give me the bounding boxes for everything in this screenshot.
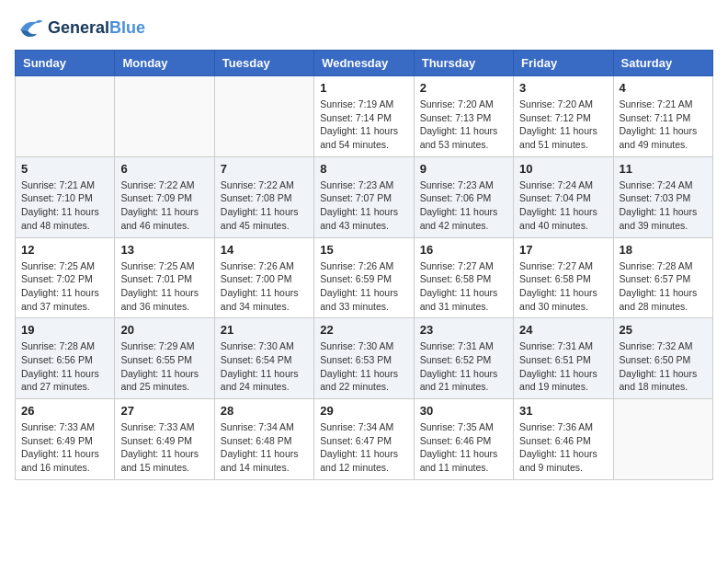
- page-header: GeneralBlue: [15, 15, 713, 40]
- calendar-cell: 13Sunrise: 7:25 AM Sunset: 7:01 PM Dayli…: [115, 237, 214, 318]
- day-number: 28: [221, 404, 308, 418]
- day-info: Sunrise: 7:31 AM Sunset: 6:51 PM Dayligh…: [519, 339, 607, 394]
- calendar-week-row: 1Sunrise: 7:19 AM Sunset: 7:14 PM Daylig…: [16, 76, 713, 157]
- day-number: 27: [120, 404, 208, 418]
- logo-icon: [15, 15, 44, 40]
- day-info: Sunrise: 7:34 AM Sunset: 6:48 PM Dayligh…: [221, 420, 308, 475]
- weekday-header-saturday: Saturday: [613, 51, 712, 76]
- day-number: 7: [221, 162, 308, 176]
- day-info: Sunrise: 7:33 AM Sunset: 6:49 PM Dayligh…: [21, 420, 108, 475]
- calendar-cell: 14Sunrise: 7:26 AM Sunset: 7:00 PM Dayli…: [214, 237, 313, 318]
- calendar-week-row: 26Sunrise: 7:33 AM Sunset: 6:49 PM Dayli…: [16, 399, 713, 480]
- day-number: 15: [320, 243, 407, 257]
- day-info: Sunrise: 7:30 AM Sunset: 6:54 PM Dayligh…: [221, 339, 308, 394]
- day-number: 1: [320, 81, 407, 95]
- day-number: 16: [420, 243, 507, 257]
- day-number: 8: [320, 162, 407, 176]
- day-number: 31: [519, 404, 607, 418]
- day-info: Sunrise: 7:26 AM Sunset: 7:00 PM Dayligh…: [221, 259, 308, 314]
- calendar-cell: 25Sunrise: 7:32 AM Sunset: 6:50 PM Dayli…: [613, 318, 712, 399]
- weekday-header-monday: Monday: [115, 51, 214, 76]
- logo-text: GeneralBlue: [48, 18, 145, 38]
- day-info: Sunrise: 7:21 AM Sunset: 7:10 PM Dayligh…: [21, 178, 108, 233]
- calendar-cell: 20Sunrise: 7:29 AM Sunset: 6:55 PM Dayli…: [115, 318, 214, 399]
- day-info: Sunrise: 7:36 AM Sunset: 6:46 PM Dayligh…: [519, 420, 607, 475]
- weekday-header-tuesday: Tuesday: [214, 51, 313, 76]
- day-info: Sunrise: 7:19 AM Sunset: 7:14 PM Dayligh…: [320, 98, 407, 152]
- day-number: 18: [620, 243, 707, 257]
- calendar-cell: 2Sunrise: 7:20 AM Sunset: 7:13 PM Daylig…: [414, 76, 513, 157]
- calendar-cell: 4Sunrise: 7:21 AM Sunset: 7:11 PM Daylig…: [613, 76, 712, 157]
- calendar-cell: 12Sunrise: 7:25 AM Sunset: 7:02 PM Dayli…: [16, 237, 115, 318]
- day-number: 13: [120, 243, 208, 257]
- day-info: Sunrise: 7:28 AM Sunset: 6:56 PM Dayligh…: [21, 339, 108, 394]
- calendar-cell: 7Sunrise: 7:22 AM Sunset: 7:08 PM Daylig…: [214, 156, 313, 237]
- day-number: 22: [320, 323, 407, 337]
- day-number: 5: [21, 162, 108, 176]
- day-info: Sunrise: 7:27 AM Sunset: 6:58 PM Dayligh…: [420, 259, 507, 314]
- day-number: 26: [21, 404, 108, 418]
- day-number: 19: [21, 323, 108, 337]
- day-number: 9: [420, 162, 507, 176]
- calendar-cell: 23Sunrise: 7:31 AM Sunset: 6:52 PM Dayli…: [414, 318, 513, 399]
- day-info: Sunrise: 7:22 AM Sunset: 7:09 PM Dayligh…: [120, 178, 208, 233]
- calendar-cell: 24Sunrise: 7:31 AM Sunset: 6:51 PM Dayli…: [514, 318, 613, 399]
- day-info: Sunrise: 7:28 AM Sunset: 6:57 PM Dayligh…: [620, 259, 707, 314]
- day-number: 11: [620, 162, 707, 176]
- calendar-cell: [214, 76, 313, 157]
- weekday-header-wednesday: Wednesday: [314, 51, 414, 76]
- calendar-cell: 27Sunrise: 7:33 AM Sunset: 6:49 PM Dayli…: [115, 399, 214, 480]
- day-info: Sunrise: 7:35 AM Sunset: 6:46 PM Dayligh…: [420, 420, 507, 475]
- day-info: Sunrise: 7:22 AM Sunset: 7:08 PM Dayligh…: [221, 178, 308, 233]
- calendar-cell: 29Sunrise: 7:34 AM Sunset: 6:47 PM Dayli…: [314, 399, 414, 480]
- day-info: Sunrise: 7:20 AM Sunset: 7:13 PM Dayligh…: [420, 98, 507, 152]
- day-info: Sunrise: 7:30 AM Sunset: 6:53 PM Dayligh…: [320, 339, 407, 394]
- day-number: 30: [420, 404, 507, 418]
- calendar-week-row: 19Sunrise: 7:28 AM Sunset: 6:56 PM Dayli…: [16, 318, 713, 399]
- day-number: 10: [519, 162, 607, 176]
- calendar-cell: 22Sunrise: 7:30 AM Sunset: 6:53 PM Dayli…: [314, 318, 414, 399]
- day-info: Sunrise: 7:26 AM Sunset: 6:59 PM Dayligh…: [320, 259, 407, 314]
- calendar-cell: 9Sunrise: 7:23 AM Sunset: 7:06 PM Daylig…: [414, 156, 513, 237]
- day-info: Sunrise: 7:24 AM Sunset: 7:03 PM Dayligh…: [620, 178, 707, 233]
- calendar-cell: 3Sunrise: 7:20 AM Sunset: 7:12 PM Daylig…: [514, 76, 613, 157]
- calendar-cell: 17Sunrise: 7:27 AM Sunset: 6:58 PM Dayli…: [514, 237, 613, 318]
- calendar-cell: 18Sunrise: 7:28 AM Sunset: 6:57 PM Dayli…: [613, 237, 712, 318]
- weekday-header-thursday: Thursday: [414, 51, 513, 76]
- calendar-table: SundayMondayTuesdayWednesdayThursdayFrid…: [15, 50, 713, 480]
- calendar-cell: [613, 399, 712, 480]
- weekday-header-friday: Friday: [514, 51, 613, 76]
- calendar-cell: 26Sunrise: 7:33 AM Sunset: 6:49 PM Dayli…: [16, 399, 115, 480]
- day-info: Sunrise: 7:31 AM Sunset: 6:52 PM Dayligh…: [420, 339, 507, 394]
- day-number: 29: [320, 404, 407, 418]
- day-info: Sunrise: 7:23 AM Sunset: 7:07 PM Dayligh…: [320, 178, 407, 233]
- calendar-cell: 19Sunrise: 7:28 AM Sunset: 6:56 PM Dayli…: [16, 318, 115, 399]
- day-info: Sunrise: 7:24 AM Sunset: 7:04 PM Dayligh…: [519, 178, 607, 233]
- day-number: 3: [519, 81, 607, 95]
- weekday-header-sunday: Sunday: [16, 51, 115, 76]
- calendar-cell: 5Sunrise: 7:21 AM Sunset: 7:10 PM Daylig…: [16, 156, 115, 237]
- calendar-cell: 1Sunrise: 7:19 AM Sunset: 7:14 PM Daylig…: [314, 76, 414, 157]
- day-number: 21: [221, 323, 308, 337]
- calendar-cell: 21Sunrise: 7:30 AM Sunset: 6:54 PM Dayli…: [214, 318, 313, 399]
- calendar-cell: 8Sunrise: 7:23 AM Sunset: 7:07 PM Daylig…: [314, 156, 414, 237]
- day-number: 23: [420, 323, 507, 337]
- calendar-cell: 15Sunrise: 7:26 AM Sunset: 6:59 PM Dayli…: [314, 237, 414, 318]
- day-number: 4: [620, 81, 707, 95]
- day-info: Sunrise: 7:21 AM Sunset: 7:11 PM Dayligh…: [620, 98, 707, 152]
- calendar-cell: [16, 76, 115, 157]
- day-info: Sunrise: 7:23 AM Sunset: 7:06 PM Dayligh…: [420, 178, 507, 233]
- calendar-cell: 30Sunrise: 7:35 AM Sunset: 6:46 PM Dayli…: [414, 399, 513, 480]
- calendar-week-row: 5Sunrise: 7:21 AM Sunset: 7:10 PM Daylig…: [16, 156, 713, 237]
- day-info: Sunrise: 7:29 AM Sunset: 6:55 PM Dayligh…: [120, 339, 208, 394]
- calendar-cell: 31Sunrise: 7:36 AM Sunset: 6:46 PM Dayli…: [514, 399, 613, 480]
- calendar-cell: 28Sunrise: 7:34 AM Sunset: 6:48 PM Dayli…: [214, 399, 313, 480]
- day-number: 2: [420, 81, 507, 95]
- day-number: 14: [221, 243, 308, 257]
- day-number: 6: [120, 162, 208, 176]
- day-number: 20: [120, 323, 208, 337]
- logo: GeneralBlue: [15, 15, 145, 40]
- calendar-cell: 10Sunrise: 7:24 AM Sunset: 7:04 PM Dayli…: [514, 156, 613, 237]
- day-number: 24: [519, 323, 607, 337]
- weekday-header-row: SundayMondayTuesdayWednesdayThursdayFrid…: [16, 51, 713, 76]
